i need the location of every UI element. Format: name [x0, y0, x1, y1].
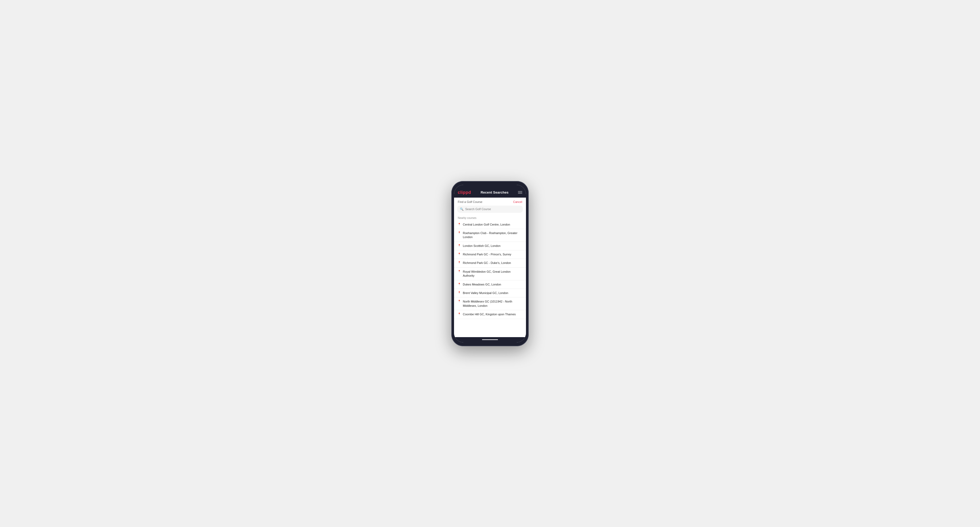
course-list-item[interactable]: 📍London Scottish GC, London — [454, 242, 526, 250]
course-list-item[interactable]: 📍Dukes Meadows GC, London — [454, 280, 526, 289]
course-list-item[interactable]: 📍Royal Wimbledon GC, Great London Author… — [454, 268, 526, 280]
location-pin-icon: 📍 — [458, 232, 461, 234]
header-title: Recent Searches — [480, 190, 509, 194]
course-list-item[interactable]: 📍Richmond Park GC - Prince's, Surrey — [454, 250, 526, 259]
course-name: Richmond Park GC - Duke's, London — [463, 261, 511, 265]
course-name: North Middlesex GC (1011942 - North Midd… — [463, 300, 522, 308]
content-area: Find a Golf Course Cancel 🔍 Nearby cours… — [454, 198, 526, 337]
home-indicator — [454, 337, 526, 343]
location-pin-icon: 📍 — [458, 261, 461, 264]
course-list-item[interactable]: 📍Richmond Park GC - Duke's, London — [454, 259, 526, 267]
menu-line-1 — [518, 191, 522, 192]
course-list-item[interactable]: 📍Roehampton Club - Roehampton, Greater L… — [454, 229, 526, 242]
menu-button[interactable] — [518, 191, 522, 194]
course-name: Coombe Hill GC, Kingston upon Thames — [463, 313, 516, 316]
find-label: Find a Golf Course — [458, 200, 482, 203]
app-header: clippd Recent Searches — [454, 188, 526, 198]
courses-list: 📍Central London Golf Centre, London📍Roeh… — [454, 221, 526, 337]
course-list-item[interactable]: 📍Central London Golf Centre, London — [454, 221, 526, 229]
location-pin-icon: 📍 — [458, 300, 461, 303]
search-input[interactable] — [465, 208, 520, 211]
location-pin-icon: 📍 — [458, 270, 461, 273]
course-name: London Scottish GC, London — [463, 244, 500, 248]
location-pin-icon: 📍 — [458, 283, 461, 286]
status-bar — [454, 185, 526, 188]
location-pin-icon: 📍 — [458, 291, 461, 294]
app-logo: clippd — [458, 190, 471, 195]
search-icon: 🔍 — [460, 208, 464, 211]
cancel-button[interactable]: Cancel — [513, 200, 522, 203]
location-pin-icon: 📍 — [458, 313, 461, 315]
course-list-item[interactable]: 📍Coombe Hill GC, Kingston upon Thames — [454, 310, 526, 319]
course-name: Central London Golf Centre, London — [463, 222, 510, 227]
location-pin-icon: 📍 — [458, 223, 461, 225]
course-name: Roehampton Club - Roehampton, Greater Lo… — [463, 231, 522, 240]
menu-line-3 — [518, 193, 522, 194]
nearby-label: Nearby courses — [454, 215, 526, 221]
location-pin-icon: 📍 — [458, 253, 461, 256]
phone-wrapper: clippd Recent Searches Find a Golf Cours… — [451, 181, 529, 346]
find-header: Find a Golf Course Cancel — [454, 198, 526, 206]
course-name: Brent Valley Municipal GC, London — [463, 291, 508, 295]
course-list-item[interactable]: 📍North Middlesex GC (1011942 - North Mid… — [454, 297, 526, 310]
menu-line-2 — [518, 192, 522, 193]
home-bar — [482, 339, 498, 340]
phone-screen: clippd Recent Searches Find a Golf Cours… — [454, 185, 526, 343]
course-name: Richmond Park GC - Prince's, Surrey — [463, 252, 511, 256]
location-pin-icon: 📍 — [458, 244, 461, 247]
search-box[interactable]: 🔍 — [457, 206, 523, 213]
course-name: Dukes Meadows GC, London — [463, 283, 501, 287]
course-name: Royal Wimbledon GC, Great London Authori… — [463, 270, 522, 278]
course-list-item[interactable]: 📍Brent Valley Municipal GC, London — [454, 289, 526, 297]
